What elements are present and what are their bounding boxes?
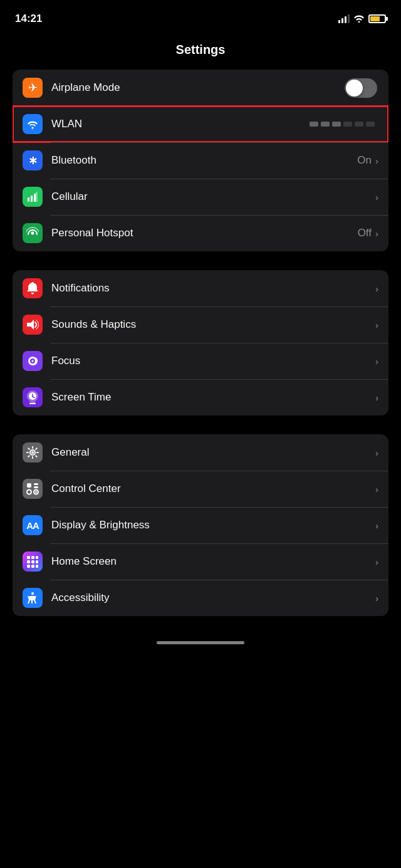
battery-icon [368, 14, 386, 23]
svg-rect-20 [31, 560, 34, 563]
svg-rect-11 [34, 483, 38, 485]
bluetooth-label: Bluetooth [51, 154, 357, 167]
focus-label: Focus [51, 355, 375, 367]
svg-rect-1 [31, 196, 33, 202]
cellular-icon [23, 187, 43, 207]
bluetooth-icon: ∗ [23, 150, 43, 170]
personal-hotspot-value: Off [358, 227, 372, 239]
svg-rect-2 [34, 194, 36, 202]
svg-rect-7 [29, 403, 36, 404]
accessibility-label: Accessibility [51, 592, 375, 604]
screen-time-icon [23, 387, 43, 407]
personal-hotspot-icon [23, 223, 43, 243]
svg-point-15 [35, 491, 37, 493]
svg-rect-12 [34, 486, 38, 488]
wlan-icon [23, 114, 43, 134]
wlan-label: WLAN [51, 118, 310, 130]
svg-rect-19 [27, 560, 30, 563]
personal-hotspot-chevron-icon: › [375, 228, 378, 239]
accessibility-chevron-icon: › [375, 593, 378, 604]
notifications-label: Notifications [51, 282, 375, 295]
svg-rect-24 [36, 565, 38, 568]
svg-rect-10 [27, 483, 31, 488]
home-screen-chevron-icon: › [375, 557, 378, 567]
network-settings-group: ✈ Airplane Mode WLAN ∗ Bluetooth On › [13, 70, 388, 251]
screen-time-row[interactable]: Screen Time › [13, 379, 388, 416]
personal-hotspot-row[interactable]: Personal Hotspot Off › [13, 215, 388, 251]
wlan-dots [310, 122, 375, 127]
airplane-mode-label: Airplane Mode [51, 81, 345, 94]
control-center-icon [23, 479, 43, 499]
cellular-label: Cellular [51, 191, 375, 203]
sounds-haptics-chevron-icon: › [375, 320, 378, 330]
wifi-status-icon [353, 14, 365, 24]
status-icons [338, 14, 386, 24]
sounds-haptics-label: Sounds & Haptics [51, 318, 375, 331]
wlan-row[interactable]: WLAN [13, 106, 388, 142]
svg-rect-18 [36, 556, 38, 559]
bluetooth-value: On [357, 154, 372, 167]
airplane-mode-toggle[interactable] [345, 78, 377, 98]
focus-row[interactable]: Focus › [13, 343, 388, 379]
general-row[interactable]: General › [13, 434, 388, 471]
notifications-row[interactable]: Notifications › [13, 270, 388, 306]
svg-rect-17 [31, 556, 34, 559]
home-bar [157, 641, 244, 644]
sounds-haptics-icon [23, 315, 43, 335]
cellular-row[interactable]: Cellular › [13, 179, 388, 215]
svg-rect-3 [36, 192, 38, 202]
svg-rect-23 [31, 565, 34, 568]
bluetooth-chevron-icon: › [375, 155, 378, 166]
control-center-label: Control Center [51, 483, 375, 495]
bluetooth-row[interactable]: ∗ Bluetooth On › [13, 142, 388, 179]
general-icon [23, 442, 43, 463]
sounds-haptics-row[interactable]: Sounds & Haptics › [13, 306, 388, 343]
svg-point-25 [31, 592, 34, 595]
signal-icon [338, 14, 350, 23]
home-indicator [0, 635, 401, 647]
svg-point-6 [32, 360, 34, 362]
display-brightness-row[interactable]: AA Display & Brightness › [13, 507, 388, 543]
svg-point-4 [31, 232, 34, 235]
display-brightness-chevron-icon: › [375, 520, 378, 531]
control-center-chevron-icon: › [375, 484, 378, 494]
status-bar: 14:21 [0, 0, 401, 34]
airplane-mode-row[interactable]: ✈ Airplane Mode [13, 70, 388, 106]
focus-icon [23, 351, 43, 371]
general-settings-group: General › Control Center › AA Display & … [13, 434, 388, 616]
screen-time-chevron-icon: › [375, 392, 378, 403]
notifications-settings-group: Notifications › Sounds & Haptics › Focus… [13, 270, 388, 416]
notifications-chevron-icon: › [375, 283, 378, 294]
svg-point-13 [27, 490, 31, 494]
svg-rect-0 [28, 197, 29, 202]
page-title: Settings [0, 34, 401, 70]
home-screen-icon [23, 552, 43, 572]
control-center-row[interactable]: Control Center › [13, 471, 388, 507]
svg-rect-21 [36, 560, 38, 563]
general-label: General [51, 446, 375, 459]
home-screen-label: Home Screen [51, 555, 375, 568]
accessibility-icon [23, 588, 43, 608]
display-brightness-label: Display & Brightness [51, 519, 375, 531]
cellular-chevron-icon: › [375, 192, 378, 202]
home-screen-row[interactable]: Home Screen › [13, 543, 388, 580]
notifications-icon [23, 278, 43, 298]
svg-marker-5 [27, 320, 34, 330]
svg-rect-16 [27, 556, 30, 559]
general-chevron-icon: › [375, 447, 378, 458]
accessibility-row[interactable]: Accessibility › [13, 580, 388, 616]
status-time: 14:21 [15, 13, 42, 25]
svg-point-8 [31, 451, 34, 454]
focus-chevron-icon: › [375, 356, 378, 367]
personal-hotspot-label: Personal Hotspot [51, 227, 358, 239]
airplane-mode-icon: ✈ [23, 78, 43, 98]
svg-rect-22 [27, 565, 30, 568]
display-brightness-icon: AA [23, 515, 43, 535]
screen-time-label: Screen Time [51, 391, 375, 404]
airplane-mode-toggle-thumb [346, 80, 363, 97]
